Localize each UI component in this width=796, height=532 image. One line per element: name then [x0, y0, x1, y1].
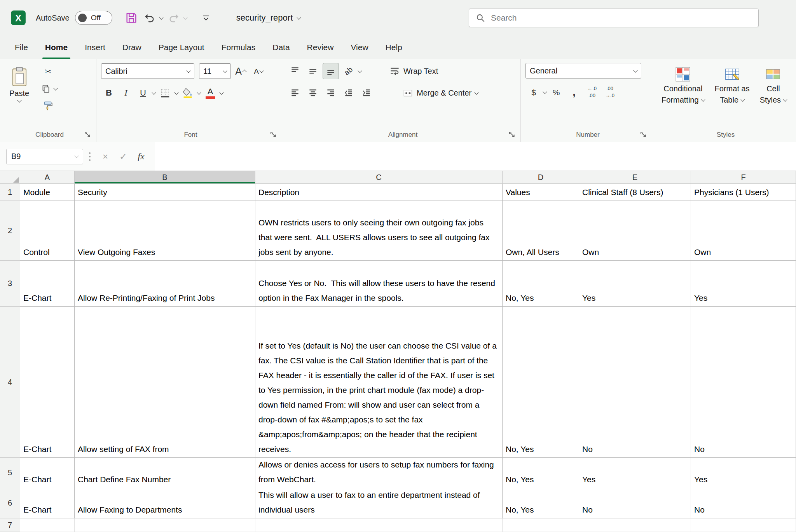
increase-decimal-button[interactable]: ←.0 .00 — [584, 84, 600, 100]
font-color-menu-chevron[interactable] — [219, 90, 223, 94]
align-top-button[interactable] — [287, 63, 303, 79]
cell-F4[interactable]: No — [691, 307, 796, 458]
italic-button[interactable]: I — [118, 85, 134, 101]
font-color-button[interactable]: A — [202, 85, 218, 101]
save-button[interactable] — [123, 10, 140, 26]
redo-button[interactable] — [166, 10, 182, 26]
tab-insert[interactable]: Insert — [76, 36, 114, 59]
tab-home[interactable]: Home — [37, 36, 76, 59]
borders-button[interactable] — [157, 85, 173, 101]
tab-view[interactable]: View — [342, 36, 377, 59]
select-all-corner[interactable] — [0, 171, 20, 184]
cell-B4[interactable]: Allow setting of FAX from — [75, 307, 255, 458]
formula-bar-resize-handle[interactable] — [89, 152, 91, 161]
number-dialog-launcher[interactable] — [640, 131, 647, 138]
cell-C5[interactable]: Allows or denies access for users to set… — [255, 458, 503, 488]
cell-D4[interactable]: No, Yes — [503, 307, 579, 458]
column-header-d[interactable]: D — [503, 171, 579, 184]
accounting-format-chevron[interactable] — [543, 89, 547, 94]
merge-center-button[interactable]: Merge & Center — [400, 86, 481, 100]
font-dialog-launcher[interactable] — [270, 131, 277, 138]
cell-A7[interactable] — [20, 518, 75, 532]
cell-C1[interactable]: Description — [255, 184, 503, 201]
cell-E4[interactable]: No — [579, 307, 691, 458]
cancel-button[interactable]: × — [96, 148, 114, 165]
decrease-font-size-button[interactable]: A — [250, 63, 267, 79]
cell-F3[interactable]: Yes — [691, 261, 796, 307]
decrease-indent-button[interactable] — [340, 85, 357, 101]
cell-B3[interactable]: Allow Re-Printing/Faxing of Print Jobs — [75, 261, 255, 307]
underline-menu-chevron[interactable] — [152, 90, 156, 94]
search-box[interactable] — [469, 9, 759, 27]
customize-quick-access-button[interactable] — [200, 12, 212, 24]
cell-F2[interactable]: Own — [691, 201, 796, 261]
cell-C4[interactable]: If set to Yes (default is No) the user c… — [255, 307, 503, 458]
cell-B6[interactable]: Allow Faxing to Departments — [75, 488, 255, 518]
cell-D1[interactable]: Values — [503, 184, 579, 201]
cell-D5[interactable]: No, Yes — [503, 458, 579, 488]
copy-menu-chevron[interactable] — [53, 86, 58, 90]
enter-button[interactable]: ✓ — [114, 148, 132, 165]
font-family-select[interactable]: Calibri — [101, 63, 194, 79]
align-left-button[interactable] — [287, 85, 303, 101]
cell-D7[interactable] — [503, 518, 579, 532]
font-size-select[interactable]: 11 — [199, 63, 231, 79]
format-painter-button[interactable] — [38, 99, 57, 113]
tab-page-layout[interactable]: Page Layout — [150, 36, 213, 59]
cell-D2[interactable]: Own, All Users — [503, 201, 579, 261]
cell-A3[interactable]: E-Chart — [20, 261, 75, 307]
cell-E1[interactable]: Clinical Staff (8 Users) — [579, 184, 691, 201]
column-header-b[interactable]: B — [75, 171, 255, 184]
tab-formulas[interactable]: Formulas — [213, 36, 264, 59]
undo-button[interactable] — [142, 10, 157, 26]
tab-help[interactable]: Help — [377, 36, 411, 59]
bold-button[interactable]: B — [101, 85, 117, 101]
cell-E5[interactable]: Yes — [579, 458, 691, 488]
percent-style-button[interactable]: % — [548, 84, 564, 100]
copy-button[interactable] — [38, 82, 53, 96]
conditional-formatting-button[interactable]: Conditional Formatting — [657, 63, 709, 106]
align-middle-button[interactable] — [305, 63, 321, 79]
cell-A6[interactable]: E-Chart — [20, 488, 75, 518]
cell-E6[interactable]: No — [579, 488, 691, 518]
cell-A1[interactable]: Module — [20, 184, 75, 201]
underline-button[interactable]: U — [135, 85, 151, 101]
cell-C2[interactable]: OWN restricts users to only seeing their… — [255, 201, 503, 261]
column-header-e[interactable]: E — [579, 171, 691, 184]
align-center-button[interactable] — [305, 85, 321, 101]
cell-E3[interactable]: Yes — [579, 261, 691, 307]
cell-B7[interactable] — [75, 518, 255, 532]
column-header-a[interactable]: A — [20, 171, 75, 184]
undo-menu-chevron[interactable] — [159, 15, 163, 19]
borders-menu-chevron[interactable] — [174, 90, 178, 94]
cell-D3[interactable]: No, Yes — [503, 261, 579, 307]
cell-B5[interactable]: Chart Define Fax Number — [75, 458, 255, 488]
clipboard-dialog-launcher[interactable] — [84, 131, 91, 138]
document-title[interactable]: security_report — [236, 13, 301, 23]
row-header-2[interactable]: 2 — [0, 201, 20, 261]
cell-C6[interactable]: This will allow a user to fax to an enti… — [255, 488, 503, 518]
orientation-menu-chevron[interactable] — [358, 68, 362, 73]
redo-menu-chevron[interactable] — [183, 15, 187, 19]
search-input[interactable] — [491, 13, 752, 23]
cell-B2[interactable]: View Outgoing Faxes — [75, 201, 255, 261]
cell-E7[interactable] — [579, 518, 691, 532]
cell-styles-button[interactable]: Cell Styles — [755, 63, 791, 106]
orientation-button[interactable]: ab — [340, 63, 357, 79]
cell-A2[interactable]: Control — [20, 201, 75, 261]
cell-F5[interactable]: Yes — [691, 458, 796, 488]
align-bottom-button[interactable] — [323, 63, 339, 79]
cell-C7[interactable] — [255, 518, 503, 532]
paste-button[interactable]: Paste — [5, 63, 34, 128]
accounting-format-button[interactable]: $ — [525, 84, 542, 100]
row-header-3[interactable]: 3 — [0, 261, 20, 307]
row-header-7[interactable]: 7 — [0, 518, 20, 532]
tab-file[interactable]: File — [6, 36, 37, 59]
insert-function-button[interactable]: fx — [132, 148, 150, 165]
name-box[interactable]: B9 — [6, 149, 83, 164]
tab-draw[interactable]: Draw — [114, 36, 150, 59]
row-header-5[interactable]: 5 — [0, 458, 20, 488]
cell-A5[interactable]: E-Chart — [20, 458, 75, 488]
number-format-select[interactable]: General — [525, 63, 641, 78]
cell-B1[interactable]: Security — [75, 184, 255, 201]
